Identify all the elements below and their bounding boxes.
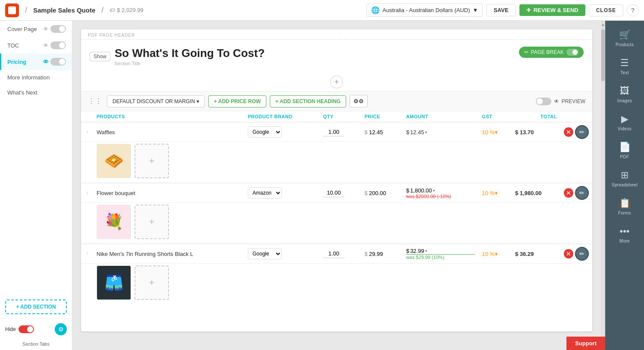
remove-waffles-button[interactable]: ✕	[564, 127, 573, 137]
img-cell-waffles: 🧇 +	[93, 142, 592, 183]
sidebar-item-spreadsheet[interactable]: ⊞ Spreadsheet	[605, 164, 644, 192]
toc-toggle[interactable]	[50, 41, 66, 49]
sidebar-item-products[interactable]: 🛒 Products	[605, 24, 644, 52]
gst-val-flower[interactable]: 10 %▾	[482, 190, 498, 196]
help-button[interactable]: ?	[627, 4, 639, 16]
row1-qty	[319, 122, 361, 142]
scroll-up-arrow[interactable]: ▲	[601, 21, 605, 28]
text-icon: ☰	[620, 57, 629, 69]
table-row: ↕ Flower bouquet AmazonGoogleApple	[81, 183, 592, 203]
sidebar-item-pdf[interactable]: 📄 PDF	[605, 136, 644, 164]
amount-nike[interactable]: $ 32.99 ▾	[406, 248, 475, 254]
add-heading-label: + ADD SECTION HEADING	[275, 98, 341, 104]
sidebar-item-videos[interactable]: ▶ Videos	[605, 108, 644, 136]
table-image-row-flower: 💐 +	[81, 203, 592, 244]
th-total: TOTAL	[512, 111, 560, 122]
gst-val-nike[interactable]: 10 %▾	[482, 251, 498, 257]
preview-toggle[interactable]: 👁 PREVIEW	[536, 98, 585, 105]
preview-switch[interactable]	[536, 98, 551, 105]
close-button[interactable]: CLOSE	[589, 4, 623, 16]
sort-updown-icon-2[interactable]: ↕	[84, 191, 90, 195]
image-cell-waffles: 🧇 +	[97, 144, 589, 178]
scroll-bar: ▲ ▼	[601, 21, 605, 350]
amount-flower[interactable]: $ 1,800.00 ▾	[406, 187, 475, 194]
gst-val-waffles[interactable]: 10 %▾	[482, 129, 498, 136]
sidebar-item-forms[interactable]: 📋 Forms	[605, 192, 644, 221]
gear-settings-button[interactable]: ⚙⚙	[350, 95, 368, 107]
qty-input-waffles[interactable]	[323, 128, 344, 136]
brand-select-flower[interactable]: AmazonGoogleApple	[248, 187, 282, 199]
section-title-sub: Section Title	[115, 61, 265, 66]
row1-total: $ 13.70	[512, 122, 560, 142]
cover-toggle[interactable]	[50, 25, 66, 33]
brand-select-nike[interactable]: GoogleAmazonApple	[248, 248, 282, 259]
show-button[interactable]: Show	[90, 52, 110, 61]
add-image-waffles-button[interactable]: +	[134, 144, 169, 178]
qty-input-nike[interactable]	[323, 249, 344, 258]
discount-margin-button[interactable]: DEFAULT DISCOUNT OR MARGIN ▾	[107, 95, 205, 107]
edit-flower-button[interactable]: ✏	[575, 186, 589, 200]
pricing-toggle[interactable]	[50, 58, 66, 66]
sidebar-pdf-label: PDF	[620, 155, 629, 159]
add-section-button[interactable]: + ADD SECTION	[5, 300, 67, 314]
add-price-row-button[interactable]: + ADD PRICE ROW	[208, 95, 266, 107]
sidebar-images-label: Images	[617, 98, 632, 103]
top-bar: / Sample Sales Quote / 🏷 $ 2,029.99 🌐 Au…	[0, 0, 644, 21]
row2-amount: $ 1,800.00 ▾ was $2000.00 (-10%)	[403, 183, 478, 203]
sidebar-item-cover-page[interactable]: Cover Page 👁	[0, 21, 72, 37]
app-logo[interactable]	[5, 3, 19, 17]
brand-select-waffles[interactable]: GoogleAmazonApple	[248, 126, 282, 138]
settings-button[interactable]: ⚙	[55, 323, 67, 335]
drag-handle-icon[interactable]: ⋮⋮	[88, 97, 102, 105]
row2-brand: AmazonGoogleApple	[244, 183, 320, 203]
pricing-table: PRODUCTS Product Brand QTY PRICE AMOUNT …	[81, 111, 592, 304]
edit-waffles-button[interactable]: ✏	[575, 125, 589, 139]
locale-selector[interactable]: 🌐 Australia - Australian Dollars (AUD) ▼	[366, 3, 483, 17]
sidebar-item-toc[interactable]: TOC 👁	[0, 37, 72, 54]
eye-icon: 👁	[43, 26, 49, 32]
edit-nike-button[interactable]: ✏	[575, 247, 589, 261]
row3-total: $ 36.29	[512, 244, 560, 264]
row3-sort: ↑	[81, 244, 93, 264]
th-brand: Product Brand	[244, 111, 320, 122]
review-send-button[interactable]: ✈ REVIEW & SEND	[519, 4, 585, 16]
remove-flower-button[interactable]: ✕	[564, 188, 573, 198]
hide-label: Hide	[5, 326, 16, 332]
th-amount: AMOUNT	[403, 111, 478, 122]
row1-actions: ✕ ✏	[560, 122, 592, 142]
amount-waffles[interactable]: $ 12.45 ▾	[406, 129, 475, 136]
hide-toggle[interactable]	[19, 325, 34, 333]
support-button[interactable]: Support	[566, 337, 605, 350]
add-image-nike-button[interactable]: +	[134, 265, 169, 300]
add-image-flower-button[interactable]: +	[134, 205, 169, 239]
row2-qty	[319, 183, 361, 203]
page-break-toggle[interactable]	[566, 49, 578, 56]
add-section-heading-button[interactable]: + ADD SECTION HEADING	[270, 95, 346, 107]
amount-dollar-icon: $	[406, 129, 409, 136]
sidebar-item-text[interactable]: ☰ Text	[605, 52, 644, 80]
page-break-button[interactable]: ✂ PAGE BREAK	[519, 47, 584, 58]
scroll-thumb[interactable]	[601, 29, 605, 81]
qty-input-flower[interactable]	[323, 189, 344, 197]
top-bar-actions: 🌐 Australia - Australian Dollars (AUD) ▼…	[366, 3, 639, 17]
product-img-flower: 💐	[97, 205, 131, 239]
doc-title: Sample Sales Quote	[33, 6, 95, 14]
sidebar-more-label: More Information	[7, 74, 50, 81]
sidebar-item-pricing[interactable]: Pricing 👁	[0, 54, 72, 70]
sort-updown-icon[interactable]: ↕	[84, 130, 90, 134]
sort-updown-icon-3[interactable]: ↑	[84, 252, 90, 256]
row2-action-group: ✕ ✏	[564, 186, 589, 200]
sidebar-item-more-info[interactable]: More Information	[0, 70, 72, 85]
sidebar-item-whats-next[interactable]: What's Next	[0, 85, 72, 100]
remove-nike-button[interactable]: ✕	[564, 249, 573, 259]
main-layout: Cover Page 👁 TOC 👁 Pricing 👁 More Inform…	[0, 21, 644, 350]
sidebar-item-more[interactable]: ••• More	[605, 221, 644, 249]
add-row-circle-button[interactable]: +	[330, 76, 343, 88]
save-button[interactable]: SAVE	[486, 4, 516, 16]
row3-actions: ✕ ✏	[560, 244, 592, 264]
row2-actions: ✕ ✏	[560, 183, 592, 203]
eye-icon-toc: 👁	[43, 42, 49, 49]
product-img-nike: 🩳	[97, 265, 131, 300]
sidebar-item-images[interactable]: 🖼 Images	[605, 80, 644, 108]
price-dollar-icon: $	[365, 129, 368, 136]
